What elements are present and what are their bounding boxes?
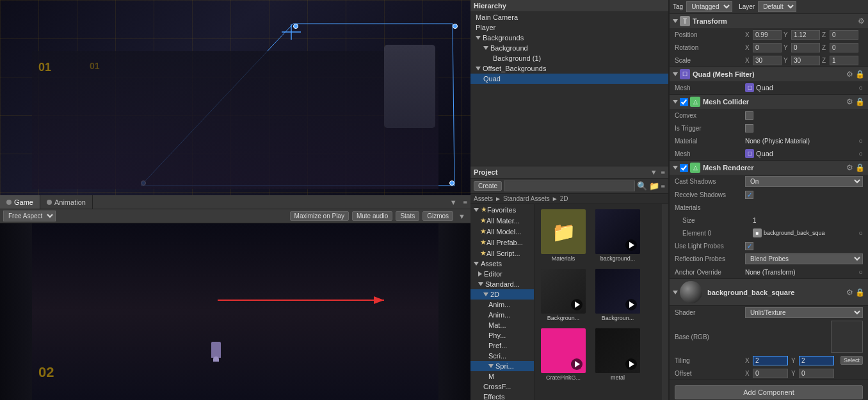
panel-maximize[interactable]: ▼ — [447, 197, 460, 207]
tree-item-m[interactable]: M — [470, 371, 534, 381]
panel-arrow[interactable]: ▼ — [456, 212, 467, 220]
play-btn-3[interactable] — [625, 299, 637, 310]
mesh-filter-gear[interactable]: ⚙ — [846, 70, 853, 79]
tree-item-standard[interactable]: Standard... — [470, 279, 534, 289]
mesh-renderer-gear[interactable]: ⚙ — [846, 163, 853, 172]
transform-header[interactable]: T Transform ⚙ — [670, 14, 868, 28]
tiling-x-input[interactable] — [753, 356, 788, 365]
receive-shadows-checkbox[interactable] — [745, 191, 753, 199]
shader-select[interactable]: Unlit/Texture — [745, 307, 863, 318]
tree-item-all-scripts[interactable]: ★ All Script... — [470, 248, 534, 259]
panel-close[interactable]: ≡ — [460, 197, 470, 207]
scene-handle-tl[interactable] — [293, 24, 298, 29]
material-lock[interactable]: 🔒 — [855, 288, 865, 297]
tree-item-assets[interactable]: Assets — [470, 259, 534, 269]
rotation-z-input[interactable] — [830, 43, 858, 52]
material-header[interactable]: background_back_square ⚙ 🔒 — [670, 279, 868, 306]
tree-item-all-prefabs[interactable]: ★ All Prefab... — [470, 237, 534, 248]
anchor-select[interactable]: ○ — [858, 268, 863, 276]
mesh-renderer-enabled[interactable] — [680, 164, 688, 172]
tiling-y-input[interactable] — [799, 356, 834, 365]
tree-item-crossf[interactable]: CrossF... — [470, 381, 534, 392]
offset-x-input[interactable] — [753, 369, 788, 378]
mesh-collider-gear[interactable]: ⚙ — [846, 97, 853, 106]
element0-select[interactable]: ○ — [858, 229, 863, 237]
tree-item-pref[interactable]: Pref... — [470, 340, 534, 351]
hierarchy-item-player[interactable]: Player — [470, 22, 668, 33]
tree-item-editor[interactable]: Editor — [470, 269, 534, 279]
tree-item-phy[interactable]: Phy... — [470, 330, 534, 340]
tab-game[interactable]: Game — [0, 195, 40, 209]
play-btn-2[interactable] — [571, 299, 583, 310]
scene-handle-br[interactable] — [449, 180, 454, 186]
play-btn-5[interactable] — [625, 358, 637, 370]
mesh-collider-enabled[interactable] — [680, 98, 688, 106]
position-z-input[interactable] — [830, 30, 858, 40]
offset-y-input[interactable] — [799, 369, 834, 378]
tree-item-2d[interactable]: 2D — [470, 289, 534, 300]
mute-audio-button[interactable]: Mute audio — [352, 211, 392, 221]
project-options[interactable]: ≡ — [661, 182, 665, 190]
hierarchy-item-background1[interactable]: Background (1) — [470, 53, 668, 63]
hierarchy-item-offset-backgrounds[interactable]: Offset_Backgrounds — [470, 63, 668, 74]
asset-background1[interactable]: background... — [592, 207, 643, 264]
mesh-renderer-header[interactable]: △ Mesh Renderer ⚙ 🔒 — [670, 161, 868, 175]
layer-select[interactable]: Default — [758, 1, 796, 12]
position-y-input[interactable] — [791, 30, 820, 40]
folder-icon[interactable]: 📁 — [649, 181, 659, 191]
position-x-input[interactable] — [753, 30, 782, 40]
asset-background3[interactable]: Backgroun... — [592, 267, 643, 323]
tree-item-effects[interactable]: Effects — [470, 392, 534, 400]
is-trigger-checkbox[interactable] — [745, 124, 753, 132]
tree-item-scri[interactable]: Scri... — [470, 351, 534, 361]
hierarchy-item-main-camera[interactable]: Main Camera — [470, 12, 668, 22]
asset-crate-pink[interactable]: CratePinkG... — [538, 326, 589, 383]
hierarchy-item-backgrounds[interactable]: Backgrounds — [470, 33, 668, 43]
project-search-input[interactable] — [504, 180, 635, 191]
asset-materials[interactable]: 📁 Materials — [538, 207, 589, 264]
scale-z-input[interactable] — [830, 56, 858, 65]
create-button[interactable]: Create — [474, 181, 502, 191]
tree-item-all-materials[interactable]: ★ All Mater... — [470, 215, 534, 226]
project-collapse[interactable]: ▼ — [650, 168, 657, 176]
tree-item-anim1[interactable]: Anim... — [470, 300, 534, 310]
cast-shadows-select[interactable]: On — [745, 176, 863, 187]
search-icon[interactable]: 🔍 — [637, 181, 647, 191]
rotation-x-input[interactable] — [753, 43, 782, 52]
mesh-select-btn[interactable]: ○ — [858, 84, 863, 92]
tree-item-mat[interactable]: Mat... — [470, 320, 534, 330]
material-gear[interactable]: ⚙ — [846, 288, 853, 297]
hierarchy-item-background[interactable]: Background — [470, 43, 668, 53]
tree-item-spri[interactable]: Spri... — [470, 361, 534, 371]
collider-mesh-select[interactable]: ○ — [858, 150, 863, 157]
mesh-collider-header[interactable]: △ Mesh Collider ⚙ 🔒 — [670, 95, 868, 109]
select-button[interactable]: Select — [840, 356, 863, 365]
convex-checkbox[interactable] — [745, 111, 753, 120]
play-btn[interactable] — [625, 239, 637, 251]
scene-handle-tr[interactable] — [453, 24, 458, 29]
gizmos-button[interactable]: Gizmos — [422, 211, 453, 221]
stats-button[interactable]: Stats — [396, 211, 419, 221]
light-probes-checkbox[interactable] — [745, 242, 753, 250]
tree-item-anim2[interactable]: Anim... — [470, 310, 534, 320]
transform-gear[interactable]: ⚙ — [858, 17, 865, 26]
mesh-collider-lock[interactable]: 🔒 — [855, 97, 865, 106]
play-btn-4[interactable] — [571, 358, 583, 370]
aspect-select[interactable]: Free Aspect — [3, 211, 56, 221]
project-scrollbar[interactable] — [662, 204, 668, 400]
project-menu[interactable]: ≡ — [661, 168, 665, 176]
asset-metal[interactable]: metal — [592, 326, 643, 383]
scale-x-input[interactable] — [753, 56, 782, 65]
rotation-y-input[interactable] — [791, 43, 820, 52]
physic-mat-select[interactable]: ○ — [858, 137, 863, 145]
tab-animation[interactable]: Animation — [40, 195, 93, 209]
hierarchy-item-quad[interactable]: Quad — [470, 74, 668, 84]
tree-item-favorites[interactable]: ★ Favorites — [470, 204, 534, 215]
asset-background2[interactable]: Backgroun... — [538, 267, 589, 323]
mesh-renderer-lock[interactable]: 🔒 — [855, 163, 865, 172]
mesh-filter-lock[interactable]: 🔒 — [855, 70, 865, 79]
add-component-button[interactable]: Add Component — [675, 385, 863, 399]
scale-y-input[interactable] — [791, 56, 820, 65]
tree-item-all-models[interactable]: ★ All Model... — [470, 226, 534, 237]
maximize-play-button[interactable]: Maximize on Play — [290, 211, 349, 221]
